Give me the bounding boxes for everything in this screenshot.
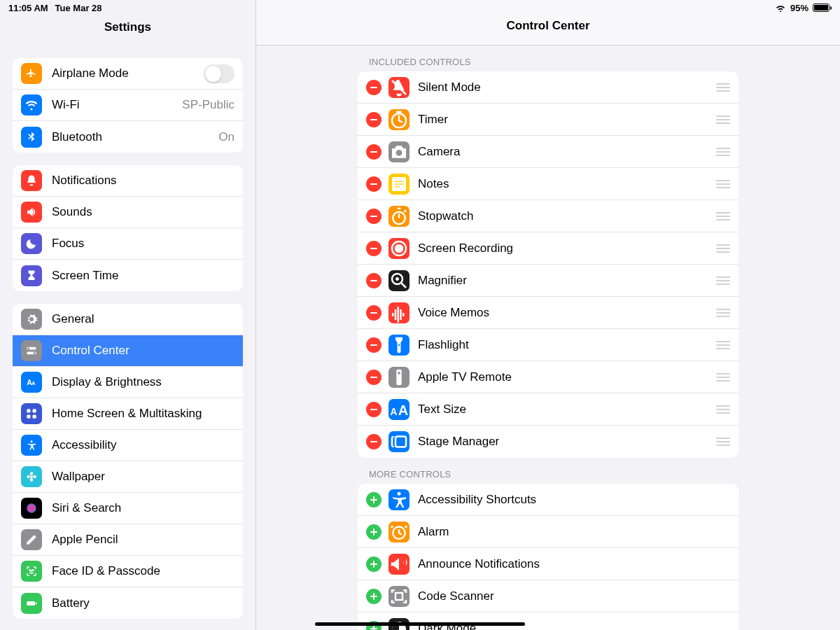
control-row: Magnifier — [358, 265, 738, 297]
remove-button[interactable] — [366, 337, 382, 353]
sidebar-item-label: Wallpaper — [52, 470, 234, 484]
svg-rect-19 — [27, 601, 35, 606]
sidebar-item-sounds[interactable]: Sounds — [13, 197, 243, 228]
control-label: Stopwatch — [418, 209, 473, 223]
speaker-icon — [21, 202, 42, 223]
accessibility-icon — [21, 435, 42, 456]
control-label: Voice Memos — [418, 306, 489, 320]
control-row: Flashlight — [358, 329, 738, 361]
sidebar-item-accessibility[interactable]: Accessibility — [13, 430, 243, 461]
sidebar-item-wifi[interactable]: Wi-FiSP-Public — [13, 90, 243, 121]
sidebar-item-wallpaper[interactable]: Wallpaper — [13, 461, 243, 493]
reorder-handle[interactable] — [716, 373, 730, 382]
sidebar-item-pencil[interactable]: Apple Pencil — [13, 524, 243, 556]
remove-button[interactable] — [366, 273, 382, 288]
remove-button[interactable] — [366, 402, 382, 417]
flashlight-icon — [388, 335, 410, 356]
reorder-handle[interactable] — [716, 115, 730, 124]
remove-button[interactable] — [366, 112, 382, 127]
add-button[interactable] — [366, 492, 382, 507]
control-label: Stage Manager — [418, 435, 499, 449]
sidebar-item-general[interactable]: General — [13, 304, 243, 335]
sidebar-item-value: SP-Public — [182, 98, 234, 112]
remote-icon — [388, 367, 410, 388]
sidebar-item-focus[interactable]: Focus — [13, 228, 243, 260]
remove-button[interactable] — [366, 209, 382, 224]
svg-point-13 — [30, 478, 34, 482]
add-button[interactable] — [366, 524, 382, 540]
sidebar-item-label: Face ID & Passcode — [52, 564, 234, 578]
status-date: Tue Mar 28 — [55, 3, 102, 13]
sidebar-item-label: Sounds — [52, 205, 234, 219]
svg-point-16 — [27, 503, 36, 513]
svg-point-34 — [398, 371, 400, 374]
remove-button[interactable] — [366, 241, 382, 256]
sidebar-item-label: Notifications — [52, 174, 234, 188]
svg-rect-37 — [396, 437, 406, 447]
announce-icon — [388, 554, 410, 575]
sidebar-item-display[interactable]: AADisplay & Brightness — [13, 367, 243, 398]
reorder-handle[interactable] — [716, 276, 730, 285]
flower-icon — [21, 466, 42, 487]
svg-rect-7 — [33, 409, 36, 412]
sidebar-item-value: On — [218, 130, 234, 144]
reorder-handle[interactable] — [716, 212, 730, 220]
sidebar-item-label: Apple Pencil — [52, 533, 234, 547]
svg-rect-20 — [36, 602, 37, 604]
svg-point-10 — [31, 440, 33, 442]
sidebar-item-label: Accessibility — [52, 438, 234, 452]
reorder-handle[interactable] — [716, 309, 730, 317]
control-label: Camera — [418, 145, 460, 159]
sidebar-item-siri[interactable]: Siri & Search — [13, 493, 243, 524]
sidebar-group: NotificationsSoundsFocusScreen Time — [13, 165, 243, 291]
hourglass-icon — [21, 265, 42, 286]
remove-button[interactable] — [366, 305, 382, 321]
remove-button[interactable] — [366, 144, 382, 160]
reorder-handle[interactable] — [716, 180, 730, 188]
accessibility-icon — [388, 489, 410, 510]
switches-icon — [21, 340, 42, 361]
sidebar-item-faceid[interactable]: Face ID & Passcode — [13, 556, 243, 587]
control-label: Screen Recording — [418, 241, 513, 255]
status-bar: 11:05 AM Tue Mar 28 95% — [0, 0, 840, 15]
voice-icon — [388, 302, 410, 323]
svg-point-3 — [34, 352, 36, 354]
magnifier-icon — [388, 270, 410, 291]
sidebar-item-label: Home Screen & Multitasking — [52, 407, 234, 421]
stopwatch-icon — [388, 206, 410, 227]
svg-point-38 — [398, 491, 401, 495]
add-button[interactable] — [366, 589, 382, 604]
reorder-handle[interactable] — [716, 405, 730, 414]
reorder-handle[interactable] — [716, 244, 730, 253]
sidebar-item-battery[interactable]: Battery — [13, 587, 243, 619]
reorder-handle[interactable] — [716, 438, 730, 446]
control-row: AAText Size — [358, 393, 738, 426]
control-label: Notes — [418, 177, 449, 191]
reorder-handle[interactable] — [716, 148, 730, 156]
remove-button[interactable] — [366, 176, 382, 192]
reorder-handle[interactable] — [716, 341, 730, 349]
control-row: Timer — [358, 104, 738, 136]
sidebar-item-label: Battery — [52, 596, 234, 610]
sidebar-item-airplane[interactable]: Airplane Mode — [13, 58, 243, 90]
sidebar-item-controlcenter[interactable]: Control Center — [13, 335, 243, 367]
add-button[interactable] — [366, 556, 382, 572]
control-row: Camera — [358, 136, 738, 168]
home-indicator[interactable] — [315, 622, 525, 626]
control-row: Stopwatch — [358, 200, 738, 232]
sidebar-item-homescreen[interactable]: Home Screen & Multitasking — [13, 398, 243, 430]
remove-button[interactable] — [366, 434, 382, 449]
remove-button[interactable] — [366, 80, 382, 95]
svg-text:A: A — [31, 380, 36, 386]
sidebar-item-notifications[interactable]: Notifications — [13, 165, 243, 197]
sidebar-item-bluetooth[interactable]: BluetoothOn — [13, 121, 243, 153]
reorder-handle[interactable] — [716, 83, 730, 92]
sidebar-item-screentime[interactable]: Screen Time — [13, 260, 243, 291]
svg-point-32 — [398, 344, 400, 346]
svg-rect-6 — [27, 409, 30, 412]
control-row: Dark Mode — [358, 612, 738, 630]
detail-pane: Control Center Included ControlsSilent M… — [256, 0, 840, 630]
airplane-toggle[interactable] — [204, 64, 234, 83]
remove-button[interactable] — [366, 370, 382, 385]
battery-icon — [21, 593, 42, 614]
